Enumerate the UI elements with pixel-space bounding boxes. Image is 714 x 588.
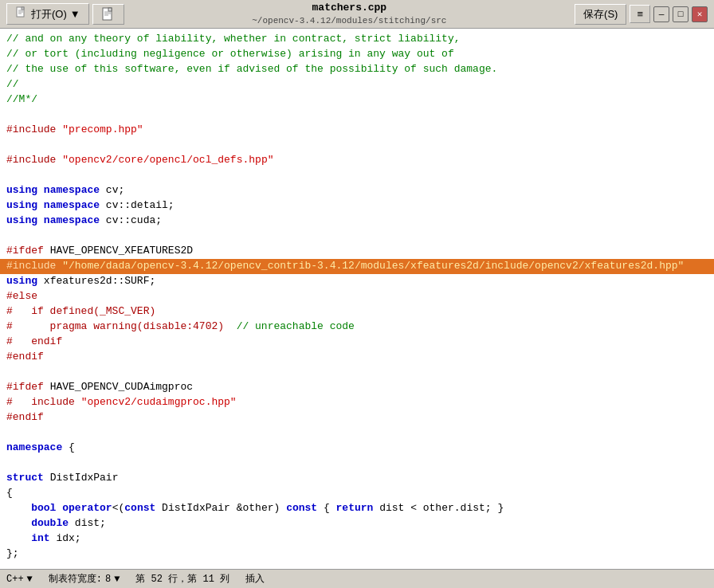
insert-mode: 插入 (245, 572, 265, 586)
code-line: }; (0, 547, 714, 562)
tab-width-label: 制表符宽度: (49, 572, 102, 586)
file-icon-button[interactable] (92, 4, 124, 25)
statusbar: C++ ▼ 制表符宽度: 8 ▼ 第 52 行，第 11 列 插入 (0, 569, 714, 588)
code-line: double dist; (0, 516, 714, 531)
code-line: { (0, 486, 714, 501)
code-line: #endif (0, 350, 714, 365)
code-line: // (0, 77, 714, 92)
code-editor[interactable]: // and on any theory of liability, wheth… (0, 29, 714, 569)
save-button[interactable]: 保存(S) (575, 4, 626, 25)
position-label: 第 52 行，第 11 列 (135, 572, 230, 586)
code-line: #ifdef HAVE_OPENCV_CUDAimgproc (0, 380, 714, 395)
open-label: 打开(O) (31, 7, 67, 22)
tab-width-selector[interactable]: 制表符宽度: 8 ▼ (49, 572, 120, 586)
svg-rect-1 (22, 7, 24, 10)
close-button[interactable]: ✕ (692, 6, 708, 22)
tab-width-dropdown-icon: ▼ (114, 574, 120, 585)
code-line: using namespace cv; (0, 183, 714, 198)
code-line: // and on any theory of liability, wheth… (0, 32, 714, 47)
file-icon (15, 6, 28, 22)
code-line: namespace { (0, 441, 714, 456)
window-title-filepath: ~/opencv-3.4.12/modules/stitching/src (252, 15, 446, 26)
language-label: C++ (6, 574, 24, 585)
code-line: using namespace cv::cuda; (0, 214, 714, 229)
minimize-button[interactable]: — (653, 6, 669, 22)
maximize-button[interactable]: □ (673, 6, 688, 22)
code-line (0, 365, 714, 380)
code-line: //M*/ (0, 92, 714, 108)
code-line (0, 138, 714, 153)
code-line: int idx; (0, 531, 714, 547)
code-line: # pragma warning(disable:4702) // unreac… (0, 319, 714, 335)
code-line: struct DistIdxPair (0, 471, 714, 486)
code-line: bool operator<(const DistIdxPair &other)… (0, 501, 714, 516)
code-line (0, 425, 714, 441)
hamburger-menu-button[interactable]: ≡ (630, 5, 650, 23)
svg-rect-6 (108, 8, 112, 11)
code-line: #include "precomp.hpp" (0, 123, 714, 138)
open-menu-button[interactable]: 打开(O) ▼ (6, 3, 89, 25)
code-line: #ifdef HAVE_OPENCV_XFEATURES2D (0, 244, 714, 259)
code-line (0, 108, 714, 123)
code-line: using namespace cv::detail; (0, 198, 714, 214)
language-dropdown-icon: ▼ (27, 574, 33, 585)
code-line (0, 229, 714, 244)
insert-label: 插入 (245, 572, 265, 586)
code-line: #include "/home/dada/opencv-3.4.12/openc… (0, 259, 714, 274)
code-line (0, 168, 714, 183)
open-dropdown-icon: ▼ (70, 8, 80, 20)
code-line: // the use of this software, even if adv… (0, 62, 714, 77)
tab-width-value: 8 (105, 574, 111, 585)
titlebar: 打开(O) ▼ matchers.cpp ~/opencv-3.4.12/mod… (0, 0, 714, 29)
code-line: #else (0, 289, 714, 304)
code-line: // or tort (including negligence or othe… (0, 47, 714, 62)
titlebar-right: 保存(S) ≡ — □ ✕ (575, 4, 708, 25)
code-line: # if defined(_MSC_VER) (0, 304, 714, 319)
titlebar-center: matchers.cpp ~/opencv-3.4.12/modules/sti… (252, 2, 446, 26)
code-line: # endif (0, 335, 714, 350)
code-line: #include "opencv2/core/opencl/ocl_defs.h… (0, 153, 714, 168)
window-title-filename: matchers.cpp (312, 2, 387, 15)
code-line: #endif (0, 410, 714, 425)
cursor-position: 第 52 行，第 11 列 (135, 572, 230, 586)
code-line: using xfeatures2d::SURF; (0, 274, 714, 289)
code-line: # include "opencv2/cudaimgproc.hpp" (0, 395, 714, 410)
code-line (0, 456, 714, 471)
titlebar-left: 打开(O) ▼ (6, 3, 124, 25)
language-selector[interactable]: C++ ▼ (6, 574, 33, 585)
